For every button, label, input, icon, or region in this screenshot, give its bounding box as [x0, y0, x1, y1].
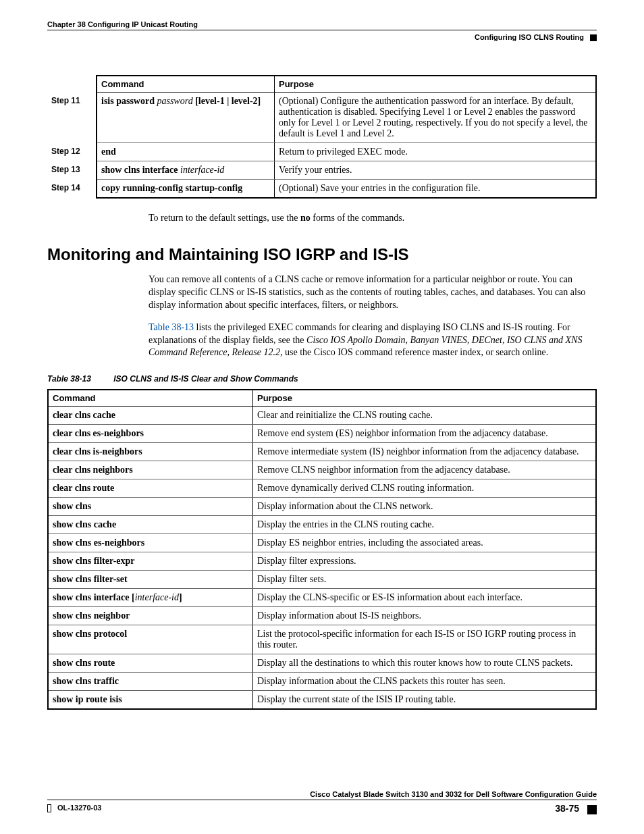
page-footer: Cisco Catalyst Blade Switch 3130 and 303… — [47, 790, 597, 814]
cmd-purpose: Display filter sets. — [253, 571, 597, 589]
cmd-name: clear clns cache — [48, 407, 253, 425]
table-row: show clns filter-exprDisplay filter expr… — [48, 552, 596, 571]
cmd-name: show clns cache — [48, 516, 253, 534]
step-purpose: Verify your entries. — [275, 161, 597, 180]
table-row: show ip route isisDisplay the current st… — [48, 691, 596, 710]
cmd-purpose: Display all the destinations to which th… — [253, 654, 597, 673]
cmd-name: show clns traffic — [48, 673, 253, 691]
cmd-purpose: Remove dynamically derived CLNS routing … — [253, 479, 597, 498]
cmd-name: clear clns es-neighbors — [48, 425, 253, 443]
footer-doc-id-text: OL-13270-03 — [57, 804, 101, 812]
cmd-name: show clns neighbor — [48, 607, 253, 625]
table-row: Step 13show clns interface interface-idV… — [47, 161, 596, 180]
return-note: To return to the default settings, use t… — [149, 212, 597, 225]
step-purpose: Return to privileged EXEC mode. — [275, 143, 597, 161]
cmd-purpose: Clear and reinitialize the CLNS routing … — [253, 407, 597, 425]
paragraph-2: Table 38-13 lists the privileged EXEC co… — [149, 321, 597, 360]
table-row: Step 11isis password password [level-1 |… — [47, 93, 596, 143]
cmd-name: clear clns route — [48, 479, 253, 498]
header-rule — [47, 30, 597, 30]
table-row: Step 12endReturn to privileged EXEC mode… — [47, 143, 596, 161]
table-row: show clns es-neighborsDisplay ES neighbo… — [48, 534, 596, 552]
step-command: isis password password [level-1 | level-… — [97, 93, 275, 143]
table-row: show clns routeDisplay all the destinati… — [48, 654, 596, 673]
section-header: Configuring ISO CLNS Routing — [47, 33, 597, 41]
header-marker-icon — [590, 34, 597, 41]
table-row: show clns protocolList the protocol-spec… — [48, 625, 596, 654]
cmd-purpose: Display the current state of the ISIS IP… — [253, 691, 597, 710]
footer-page-number: 38-75 — [555, 803, 597, 814]
table-row: clear clns neighborsRemove CLNS neighbor… — [48, 461, 596, 479]
cmds-header-purpose: Purpose — [253, 390, 597, 407]
footer-marker-icon — [587, 805, 597, 814]
table-row: show clns trafficDisplay information abo… — [48, 673, 596, 691]
cmd-purpose: Remove CLNS neighbor information from th… — [253, 461, 597, 479]
table-row: clear clns cacheClear and reinitialize t… — [48, 407, 596, 425]
step-purpose: (Optional) Save your entries in the conf… — [275, 180, 597, 199]
cmd-name: show clns — [48, 498, 253, 516]
table-number: Table 38-13 — [47, 374, 91, 384]
steps-table: Command Purpose Step 11isis password pas… — [47, 75, 597, 199]
cmd-purpose: Remove end system (ES) neighbor informat… — [253, 425, 597, 443]
table-row: show clns neighborDisplay information ab… — [48, 607, 596, 625]
step-label: Step 14 — [47, 180, 97, 199]
steps-header-blank — [47, 76, 97, 93]
cmd-name: clear clns neighbors — [48, 461, 253, 479]
cmd-purpose: Display information about the CLNS netwo… — [253, 498, 597, 516]
table-row: clear clns is-neighborsRemove intermedia… — [48, 443, 596, 461]
cmd-purpose: Display the entries in the CLNS routing … — [253, 516, 597, 534]
table-caption: Table 38-13 ISO CLNS and IS-IS Clear and… — [47, 374, 597, 384]
table-row: show clns filter-setDisplay filter sets. — [48, 571, 596, 589]
table-caption-text: ISO CLNS and IS-IS Clear and Show Comman… — [113, 374, 298, 384]
section-heading: Monitoring and Maintaining ISO IGRP and … — [47, 245, 597, 264]
cmd-name: show clns interface [interface-id] — [48, 589, 253, 607]
step-label: Step 11 — [47, 93, 97, 143]
table-row: clear clns es-neighborsRemove end system… — [48, 425, 596, 443]
cmd-purpose: Display filter expressions. — [253, 552, 597, 571]
table-row: show clns cacheDisplay the entries in th… — [48, 516, 596, 534]
table-row: clear clns routeRemove dynamically deriv… — [48, 479, 596, 498]
footer-doc-id: OL-13270-03 — [47, 804, 102, 812]
cmds-header-command: Command — [48, 390, 253, 407]
step-label: Step 12 — [47, 143, 97, 161]
step-purpose: (Optional) Configure the authentication … — [275, 93, 597, 143]
cmd-name: show clns es-neighbors — [48, 534, 253, 552]
section-header-text: Configuring ISO CLNS Routing — [475, 33, 584, 41]
table-reference-link[interactable]: Table 38-13 — [149, 322, 194, 332]
table-row: Step 14copy running-config startup-confi… — [47, 180, 596, 199]
steps-header-purpose: Purpose — [275, 76, 597, 93]
footer-page-text: 38-75 — [555, 803, 579, 814]
step-command: end — [97, 143, 275, 161]
commands-table: Command Purpose clear clns cacheClear an… — [47, 389, 597, 710]
paragraph-1: You can remove all contents of a CLNS ca… — [149, 273, 597, 312]
cmd-purpose: Display the CLNS-specific or ES-IS infor… — [253, 589, 597, 607]
cmd-purpose: Display ES neighbor entries, including t… — [253, 534, 597, 552]
step-label: Step 13 — [47, 161, 97, 180]
cmd-purpose: Display information about the CLNS packe… — [253, 673, 597, 691]
step-command: copy running-config startup-config — [97, 180, 275, 199]
table-row: show clnsDisplay information about the C… — [48, 498, 596, 516]
cmd-name: show ip route isis — [48, 691, 253, 710]
footer-title: Cisco Catalyst Blade Switch 3130 and 303… — [47, 790, 597, 800]
cmd-name: show clns filter-set — [48, 571, 253, 589]
table-row: show clns interface [interface-id]Displa… — [48, 589, 596, 607]
chapter-header: Chapter 38 Configuring IP Unicast Routin… — [47, 20, 597, 28]
step-command: show clns interface interface-id — [97, 161, 275, 180]
cmd-name: show clns route — [48, 654, 253, 673]
cmd-purpose: Remove intermediate system (IS) neighbor… — [253, 443, 597, 461]
cmd-name: clear clns is-neighbors — [48, 443, 253, 461]
steps-header-command: Command — [97, 76, 275, 93]
cmd-name: show clns filter-expr — [48, 552, 253, 571]
cmd-name: show clns protocol — [48, 625, 253, 654]
cmd-purpose: List the protocol-specific information f… — [253, 625, 597, 654]
footer-left-box-icon — [47, 804, 51, 812]
cmd-purpose: Display information about IS-IS neighbor… — [253, 607, 597, 625]
